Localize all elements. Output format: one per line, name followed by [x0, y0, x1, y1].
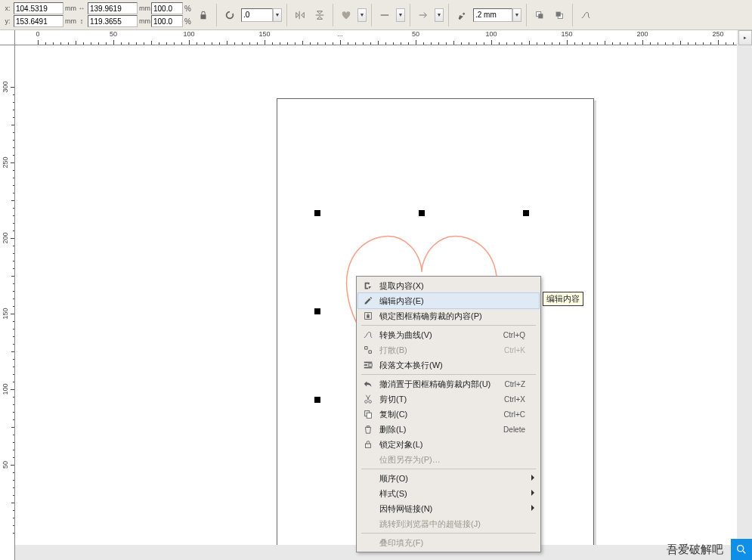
outline-width-input[interactable]: [473, 8, 512, 22]
context-menu-item: 跳转到浏览器中的超链接(J): [358, 516, 539, 531]
ruler-label: 150: [561, 30, 572, 38]
context-menu-item[interactable]: 顺序(O): [358, 471, 539, 486]
svg-rect-14: [366, 444, 371, 447]
ruler-h-right-button[interactable]: ▸: [738, 30, 752, 45]
context-menu-item[interactable]: 撤消置于图框精确剪裁内部(U)Ctrl+Z: [358, 376, 539, 391]
separator: [448, 4, 449, 26]
selection-handle-ml[interactable]: [314, 308, 320, 314]
blank-icon: [360, 502, 376, 515]
ruler-tick: [718, 40, 719, 45]
context-menu-label: 删除(L): [379, 424, 503, 435]
outline-pen-icon: [453, 7, 470, 23]
hairline-button[interactable]: [376, 7, 393, 23]
context-menu-item[interactable]: 锁定图框精确剪裁的内容(P): [358, 308, 539, 323]
scale-y-input[interactable]: [151, 15, 183, 27]
context-menu-shortcut: Delete: [503, 425, 525, 434]
ruler-label: 300: [2, 81, 9, 92]
ruler-label: 50: [2, 461, 9, 469]
wrap-icon: [360, 358, 376, 372]
vertical-ruler[interactable]: 30025020015010050: [0, 45, 15, 560]
rotation-dropdown-icon[interactable]: ▼: [273, 8, 282, 22]
rotation-input[interactable]: [241, 8, 273, 22]
horizontal-ruler[interactable]: 050100150...50100150200250300: [15, 30, 737, 45]
svg-point-10: [365, 401, 368, 404]
search-button[interactable]: [731, 539, 752, 560]
ruler-label: 200: [636, 30, 648, 38]
context-menu-item: 位图另存为(P)…: [358, 452, 539, 467]
separator: [410, 4, 410, 26]
submenu-arrow-icon: [531, 475, 534, 481]
context-menu-shortcut: Ctrl+Z: [505, 380, 526, 388]
undo-icon: [360, 377, 376, 391]
mirror-horizontal-button[interactable]: [292, 7, 308, 23]
ruler-origin-button[interactable]: [0, 30, 15, 45]
scale-block: % %: [151, 2, 192, 27]
context-menu-label: 样式(S): [379, 488, 525, 500]
x-position-input[interactable]: [14, 2, 63, 14]
ruler-tick: [38, 40, 39, 45]
context-menu-label: 顺序(O): [379, 473, 525, 484]
context-menu-item[interactable]: 转换为曲线(V)Ctrl+Q: [358, 327, 539, 342]
context-menu-shortcut: Ctrl+Q: [503, 331, 525, 339]
context-menu-shortcut: Ctrl+K: [504, 346, 525, 354]
context-menu-label: 撤消置于图框精确剪裁内部(U): [379, 379, 505, 390]
context-menu[interactable]: 提取内容(X)编辑内容(E)锁定图框精确剪裁的内容(P)转换为曲线(V)Ctrl…: [356, 276, 541, 552]
rotation-combo[interactable]: ▼: [241, 8, 282, 22]
context-menu-item[interactable]: 删除(L)Delete: [358, 422, 539, 437]
context-menu-shortcut: Ctrl+X: [504, 395, 525, 404]
line-style-dropdown-icon[interactable]: ▼: [396, 8, 405, 22]
context-menu-item[interactable]: 剪切(T)Ctrl+X: [358, 391, 539, 407]
outline-width-combo[interactable]: ▼: [473, 8, 521, 22]
blank-icon: [360, 536, 376, 549]
height-icon: ↕: [77, 17, 86, 25]
x-label: x:: [3, 5, 12, 12]
mirror-vertical-button[interactable]: [311, 7, 328, 23]
context-menu-item[interactable]: 样式(S): [358, 486, 539, 501]
svg-rect-6: [364, 362, 373, 364]
svg-rect-3: [556, 11, 561, 16]
copy-icon: [360, 407, 376, 421]
search-text: 吾爱破解吧: [659, 539, 731, 560]
context-menu-shortcut: Ctrl+C: [503, 410, 525, 419]
lockframe-icon: [360, 309, 376, 323]
separator: [526, 4, 527, 26]
ruler-label: 150: [2, 308, 9, 319]
selection-handle-tm[interactable]: [419, 210, 425, 216]
to-back-button[interactable]: [551, 7, 568, 23]
context-menu-item[interactable]: 提取内容(X): [358, 278, 539, 293]
arrow-start-dropdown-icon[interactable]: ▼: [435, 8, 444, 22]
cut-icon: [360, 392, 376, 406]
convert-to-curves-button[interactable]: [577, 7, 594, 23]
submenu-arrow-icon: [531, 505, 534, 511]
scale-x-input[interactable]: [151, 2, 183, 14]
svg-rect-5: [367, 315, 370, 318]
svg-point-11: [369, 401, 372, 404]
context-menu-label: 提取内容(X): [379, 280, 525, 292]
context-menu-item[interactable]: 编辑内容(E): [357, 292, 540, 309]
context-menu-item[interactable]: 复制(C)Ctrl+C: [358, 407, 539, 422]
height-input[interactable]: [88, 15, 138, 27]
context-menu-item[interactable]: 段落文本换行(W): [358, 357, 539, 373]
polygon-heart-shape-button[interactable]: [338, 7, 354, 23]
selection-handle-tr[interactable]: [523, 210, 529, 216]
context-menu-item[interactable]: 因特网链接(N): [358, 501, 539, 516]
y-position-input[interactable]: [14, 15, 63, 27]
lock-ratio-button[interactable]: [195, 7, 212, 23]
ruler-label: 100: [183, 30, 194, 38]
context-menu-item[interactable]: 锁定对象(L): [358, 437, 539, 452]
magnifier-icon: [735, 543, 747, 555]
to-front-button[interactable]: [531, 7, 548, 23]
ruler-label: 100: [2, 383, 9, 394]
pct-sign-x: %: [184, 5, 192, 13]
arrow-start-button[interactable]: [415, 7, 432, 23]
width-input[interactable]: [88, 2, 138, 14]
context-menu-label: 复制(C): [379, 409, 503, 420]
svg-rect-8: [364, 367, 373, 369]
separator: [371, 4, 372, 26]
context-menu-label: 位图另存为(P)…: [379, 454, 525, 466]
shape-dropdown-icon[interactable]: ▼: [357, 8, 367, 22]
selection-handle-tl[interactable]: [314, 210, 320, 216]
context-menu-label: 因特网链接(N): [379, 503, 525, 515]
selection-handle-bl[interactable]: [314, 397, 320, 403]
outline-width-dropdown-icon[interactable]: ▼: [512, 8, 521, 22]
